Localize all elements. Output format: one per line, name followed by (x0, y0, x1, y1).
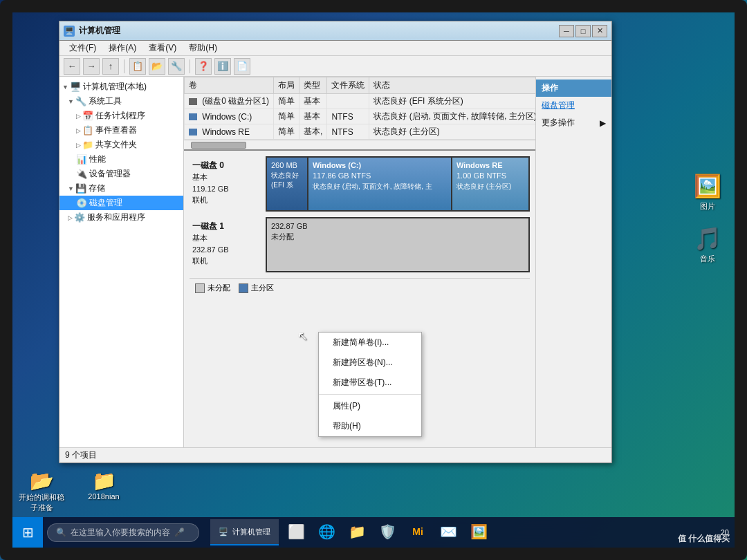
storage-label: 存储 (89, 183, 105, 194)
minimize-button[interactable]: ─ (559, 25, 574, 37)
info-button[interactable]: ℹ️ (214, 58, 231, 75)
tree-item-system-tools[interactable]: ▼ 🔧 系统工具 (59, 94, 183, 109)
tree-item-performance[interactable]: 📊 性能 (59, 152, 183, 167)
menu-view[interactable]: 查看(V) (143, 41, 182, 55)
settings-button[interactable]: 🔧 (168, 58, 185, 75)
tree-item-root[interactable]: ▼ 🖥️ 计算机管理(本地) (59, 80, 183, 94)
unalloc-label: 未分配 (271, 232, 524, 242)
taskbar-search[interactable]: 🔍 在这里输入你要搜索的内容 🎤 (47, 523, 199, 542)
tree-item-event-viewer[interactable]: ▷ 📋 事件查看器 (59, 123, 183, 138)
disk0-windows-c-partition[interactable]: Windows (C:) 117.86 GB NTFS 状态良好 (启动, 页面… (308, 158, 452, 210)
winre-name: Windows RE (456, 160, 524, 171)
legend-primary-label: 主分区 (251, 283, 274, 293)
disk1-status: 联机 (192, 255, 263, 267)
winc-name: Windows (C:) (313, 160, 447, 171)
disk1-label: 一磁盘 1 基本 232.87 GB 联机 (190, 217, 266, 272)
event-label: 事件查看器 (95, 124, 137, 136)
toggle-root: ▼ (62, 84, 68, 91)
bottom-label-0[interactable]: 📂 开始的调和稳 子准备 (17, 469, 66, 513)
desktop-icon-music[interactable]: 🎵 音乐 (685, 225, 730, 264)
taskbar-app-edge[interactable]: 🌐 (312, 519, 341, 545)
taskbar-app-taskview[interactable]: ⬜ (282, 519, 311, 545)
ctx-properties[interactable]: 属性(P) (319, 396, 421, 416)
toggle-task: ▷ (76, 113, 81, 120)
actions-title: 操作 (536, 80, 611, 97)
search-icon: 🔍 (56, 528, 66, 537)
up-button[interactable]: ↑ (102, 58, 119, 75)
row2-layout: 简单 (274, 124, 299, 140)
disk1-partitions: 232.87 GB 未分配 (266, 217, 530, 272)
action-more[interactable]: 更多操作 ▶ (536, 114, 611, 131)
taskbar-app-icon: 🖥️ (219, 528, 228, 536)
tree-item-task-scheduler[interactable]: ▷ 📅 任务计划程序 (59, 109, 183, 123)
disk1-type: 基本 (192, 232, 263, 244)
taskbar-app-mail[interactable]: ✉️ (434, 519, 463, 545)
legend-unallocated: 未分配 (195, 283, 230, 293)
tree-item-shared-folders[interactable]: ▷ 📁 共享文件夹 (59, 138, 183, 152)
table-row[interactable]: Windows RE 简单 基本, NTFS 状态良好 (主分区) 1.00 G… (185, 124, 536, 140)
music-icon: 🎵 (694, 225, 721, 252)
table-row[interactable]: (磁盘0 磁盘分区1) 简单 基本 状态良好 (EFI 系统分区) 260 MB… (185, 94, 536, 109)
tree-item-disk-management[interactable]: 💿 磁盘管理 (59, 196, 183, 210)
root-label: 计算机管理(本地) (83, 81, 147, 93)
ctx-help[interactable]: 帮助(H) (319, 416, 421, 436)
disk1-unallocated-partition[interactable]: 232.87 GB 未分配 (267, 218, 528, 271)
close-button[interactable]: ✕ (592, 25, 607, 37)
extra-button[interactable]: 📄 (234, 58, 250, 75)
status-text: 9 个项目 (65, 449, 97, 461)
table-scroll: 卷 布局 类型 文件系统 状态 容量 可 (184, 77, 535, 140)
taskbar-window-computer-mgmt[interactable]: 🖥️ 计算机管理 (210, 519, 279, 545)
tree-item-storage[interactable]: ▼ 💾 存储 (59, 181, 183, 196)
toggle-system: ▼ (68, 98, 74, 105)
properties-button[interactable]: 📋 (129, 58, 146, 75)
menu-action[interactable]: 操作(A) (103, 41, 142, 55)
tree-item-services[interactable]: ▷ ⚙️ 服务和应用程序 (59, 210, 183, 225)
taskbar-app-mi[interactable]: Mi (403, 519, 432, 545)
hscroll-thumb[interactable] (191, 142, 246, 149)
device-icon: 🔌 (76, 169, 87, 179)
task-icon: 📅 (82, 111, 93, 121)
table-hscroll[interactable] (184, 140, 535, 149)
bottom-label-1[interactable]: 📁 2018nian (80, 469, 128, 513)
table-row[interactable]: Windows (C:) 简单 基本 NTFS 状态良好 (启动, 页面文件, … (185, 109, 536, 124)
disk0-status: 联机 (192, 194, 263, 206)
table-header: 卷 布局 类型 文件系统 状态 容量 可 (185, 77, 536, 94)
row1-name: Windows (C:) (185, 109, 274, 124)
status-bar: 9 个项目 (59, 447, 611, 463)
tree-item-device-manager[interactable]: 🔌 设备管理器 (59, 167, 183, 181)
row1-layout: 简单 (274, 109, 299, 124)
help-button[interactable]: ❓ (195, 58, 212, 75)
taskbar-app-explorer[interactable]: 📁 (342, 519, 371, 545)
forward-button[interactable]: → (83, 58, 100, 75)
ctx-new-spanned[interactable]: 新建跨区卷(N)... (319, 353, 421, 373)
row2-fs: NTFS (327, 124, 369, 140)
row1-fs: NTFS (327, 109, 369, 124)
disk0-row: 一磁盘 0 基本 119.12 GB 联机 260 MB 状态良好 (EFI 系… (190, 156, 530, 212)
row1-type: 基本 (299, 109, 327, 124)
menu-file[interactable]: 文件(F) (64, 41, 102, 55)
open-button[interactable]: 📂 (149, 58, 165, 75)
menu-help[interactable]: 帮助(H) (183, 41, 223, 55)
ctx-new-simple[interactable]: 新建简单卷(I)... (319, 333, 421, 353)
taskbar-app-photos[interactable]: 🖼️ (464, 519, 493, 545)
disk0-efi-partition[interactable]: 260 MB 状态良好 (EFI 系 (267, 158, 308, 210)
start-button[interactable]: ⊞ (12, 517, 43, 548)
ctx-new-striped[interactable]: 新建带区卷(T)... (319, 373, 421, 393)
taskbar-app-shield[interactable]: 🛡️ (373, 519, 402, 545)
perf-icon: 📊 (76, 154, 87, 165)
legend-primary-box (239, 283, 248, 293)
disk0-windows-re-partition[interactable]: Windows RE 1.00 GB NTFS 状态良好 (主分区) (452, 158, 528, 210)
disk0-type: 基本 (192, 171, 263, 183)
col-volume: 卷 (185, 77, 274, 94)
disk1-name: 一磁盘 1 (192, 220, 263, 232)
more-actions-label: 更多操作 (542, 117, 575, 129)
context-menu: 新建简单卷(I)... 新建跨区卷(N)... 新建带区卷(T)... 属性(P… (318, 332, 422, 437)
pictures-icon: 🖼️ (694, 173, 721, 199)
back-button[interactable]: ← (64, 58, 80, 75)
branding: 值 什么值得买 (678, 533, 730, 545)
toolbar-separator-2 (190, 59, 190, 73)
restore-button[interactable]: □ (575, 25, 591, 37)
desktop-icon-pictures[interactable]: 🖼️ 图片 (685, 173, 730, 212)
title-bar-left: 🖥️ 计算机管理 (64, 25, 120, 37)
action-disk-management[interactable]: 磁盘管理 (536, 97, 611, 114)
